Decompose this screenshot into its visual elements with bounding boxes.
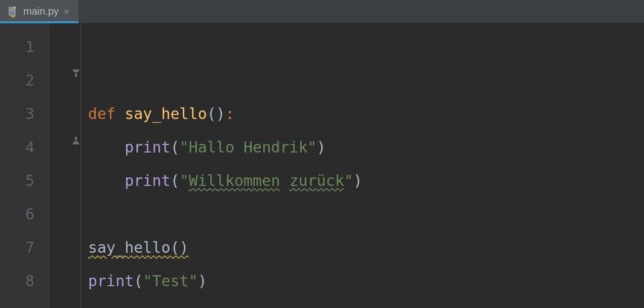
line-number: 1 bbox=[0, 30, 49, 64]
code-line: say_hello() bbox=[88, 298, 644, 308]
line-number: 4 bbox=[0, 131, 49, 164]
tab-main-py[interactable]: main.py × bbox=[0, 0, 78, 23]
code-line: print("Hallo Hendrik") bbox=[88, 131, 644, 164]
code-line bbox=[88, 198, 644, 231]
line-number: 3 bbox=[0, 97, 49, 131]
close-icon[interactable]: × bbox=[64, 7, 69, 16]
python-file-icon bbox=[7, 6, 18, 17]
code-line: def say_hello(): bbox=[88, 97, 644, 131]
fold-toggle-icon[interactable] bbox=[70, 68, 82, 79]
tab-bar: main.py × bbox=[0, 0, 644, 23]
code-line: print("Test") bbox=[88, 264, 644, 298]
code-line: say_hello() bbox=[88, 231, 644, 264]
line-number: 8 bbox=[0, 264, 49, 298]
code-line bbox=[88, 64, 644, 97]
line-number: 2 bbox=[0, 64, 49, 97]
svg-rect-2 bbox=[74, 72, 77, 73]
line-number: 6 bbox=[0, 198, 49, 231]
line-number: 9 bbox=[0, 298, 49, 308]
fold-column bbox=[49, 23, 81, 308]
code-line: print("Willkommen zurück") bbox=[88, 164, 644, 198]
line-number: 7 bbox=[0, 231, 49, 264]
line-number: 5 bbox=[0, 164, 49, 198]
line-number-gutter: 1 2 3 4 5 6 7 8 9 bbox=[0, 23, 49, 308]
svg-rect-3 bbox=[74, 140, 77, 141]
fold-end-icon[interactable] bbox=[70, 135, 82, 146]
code-editor[interactable]: 1 2 3 4 5 6 7 8 9 def say_hello(): print… bbox=[0, 23, 644, 308]
code-area[interactable]: def say_hello(): print("Hallo Hendrik") … bbox=[81, 23, 644, 308]
tab-label: main.py bbox=[23, 6, 59, 17]
